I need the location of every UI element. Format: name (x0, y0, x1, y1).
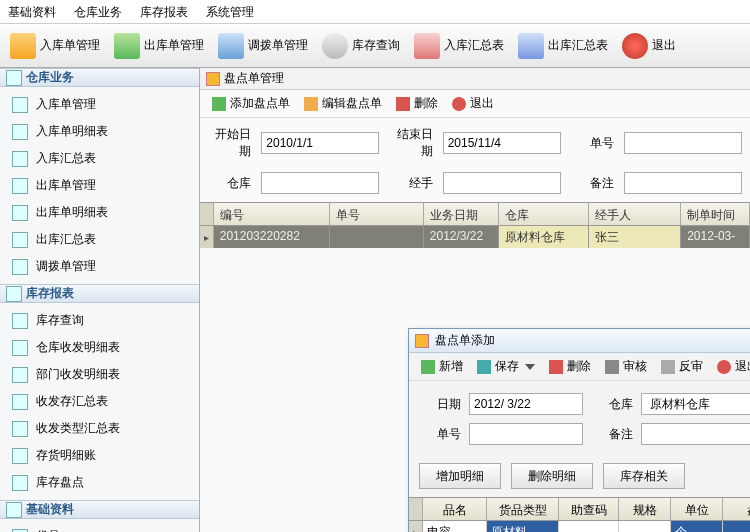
tool-stock-query[interactable]: 库存查询 (316, 29, 406, 63)
tool-in-manage[interactable]: 入库单管理 (4, 29, 106, 63)
start-date-input[interactable] (261, 132, 379, 154)
audit-icon (605, 360, 619, 374)
end-date-input[interactable] (443, 132, 561, 154)
warehouse-label: 仓库 (208, 175, 251, 192)
delete-icon (396, 97, 410, 111)
col-header[interactable]: 单位 (671, 498, 723, 520)
sidebar-item-label: 出库单明细表 (36, 204, 108, 221)
sidebar-item[interactable]: 调拨单管理 (0, 253, 199, 280)
sidebar-item[interactable]: 库存盘点 (0, 469, 199, 496)
btn-label: 退出 (735, 358, 750, 375)
sidebar-item[interactable]: 出库单管理 (0, 172, 199, 199)
search-icon (322, 33, 348, 59)
cell: 2012-03- (681, 226, 750, 248)
dialog-title-bar[interactable]: 盘点单添加 (409, 329, 750, 353)
col-header[interactable]: 单号 (330, 203, 424, 225)
sidebar-item-label: 收发存汇总表 (36, 393, 108, 410)
col-header[interactable]: 助查码 (559, 498, 619, 520)
dlg-delete-button[interactable]: 删除 (545, 356, 595, 377)
dlg-save-button[interactable]: 保存 (473, 356, 539, 377)
sidebar-item-label: 存货明细账 (36, 447, 96, 464)
sidebar-item[interactable]: 存货明细账 (0, 442, 199, 469)
menu-report[interactable]: 库存报表 (140, 4, 188, 19)
handler-input[interactable] (443, 172, 561, 194)
col-header[interactable]: 规格 (619, 498, 671, 520)
tool-out-manage[interactable]: 出库单管理 (108, 29, 210, 63)
del-line-button[interactable]: 删除明细 (511, 463, 593, 489)
btn-label: 保存 (495, 358, 519, 375)
sidebar-item-label: 收发类型汇总表 (36, 420, 120, 437)
sidebar-item[interactable]: 入库单管理 (0, 91, 199, 118)
sidebar-item[interactable]: 仓库收发明细表 (0, 334, 199, 361)
col-header[interactable]: 品名 (423, 498, 487, 520)
orderno-input[interactable] (624, 132, 742, 154)
col-header[interactable]: 经手人 (589, 203, 681, 225)
col-header[interactable]: 盘盈 (723, 498, 750, 520)
dlg-audit-button[interactable]: 审核 (601, 356, 651, 377)
sidebar-item-label: 入库单明细表 (36, 123, 108, 140)
dlg-exit-button[interactable]: 退出 (713, 356, 750, 377)
add-button[interactable]: 添加盘点单 (208, 93, 294, 114)
tool-label: 入库单管理 (40, 37, 100, 54)
remark-input[interactable] (641, 423, 750, 445)
sidebar-item[interactable]: 收发存汇总表 (0, 388, 199, 415)
tool-in-summary[interactable]: 入库汇总表 (408, 29, 510, 63)
col-header[interactable]: 制单时间 (681, 203, 750, 225)
col-header[interactable]: 仓库 (499, 203, 589, 225)
menu-basic[interactable]: 基础资料 (8, 4, 56, 19)
sidebar-item-label: 货品 (36, 528, 60, 532)
save-icon (477, 360, 491, 374)
exit-button[interactable]: 退出 (448, 93, 498, 114)
tool-exit[interactable]: 退出 (616, 29, 682, 63)
sidebar-group-warehouse[interactable]: 仓库业务 (0, 68, 199, 87)
sidebar-item-label: 入库单管理 (36, 96, 96, 113)
order-input[interactable] (469, 423, 583, 445)
sidebar-item[interactable]: 收发类型汇总表 (0, 415, 199, 442)
doc-icon (12, 124, 28, 140)
table-row[interactable]: ▸ 电容 原材料 个 1.00 0 (409, 521, 750, 532)
doc-icon (12, 97, 28, 113)
tool-label: 调拨单管理 (248, 37, 308, 54)
cell: 2012/3/22 (424, 226, 499, 248)
add-icon (212, 97, 226, 111)
remark-input[interactable] (624, 172, 742, 194)
sidebar-item[interactable]: 部门收发明细表 (0, 361, 199, 388)
cell: 原材料仓库 (499, 226, 589, 248)
btn-label: 反审 (679, 358, 703, 375)
dlg-add-button[interactable]: 新增 (417, 356, 467, 377)
stock-rel-button[interactable]: 库存相关 (603, 463, 685, 489)
edit-icon (304, 97, 318, 111)
warehouse-select[interactable]: 原材料仓库 (641, 393, 750, 415)
group-title: 基础资料 (26, 501, 74, 518)
col-header[interactable]: 业务日期 (424, 203, 499, 225)
menu-system[interactable]: 系统管理 (206, 4, 254, 19)
dlg-revaudit-button[interactable]: 反审 (657, 356, 707, 377)
sidebar-item[interactable]: 货品 (0, 523, 199, 532)
btn-label: 删除 (567, 358, 591, 375)
edit-button[interactable]: 编辑盘点单 (300, 93, 386, 114)
filter-row-1: 开始日期 结束日期 单号 (200, 118, 750, 164)
col-header[interactable]: 货品类型 (487, 498, 559, 520)
tool-label: 出库汇总表 (548, 37, 608, 54)
cell-selected[interactable]: 原材料 (487, 521, 559, 532)
warehouse-input[interactable] (261, 172, 379, 194)
sidebar-item[interactable]: 出库单明细表 (0, 199, 199, 226)
tool-move-manage[interactable]: 调拨单管理 (212, 29, 314, 63)
delete-button[interactable]: 删除 (392, 93, 442, 114)
col-header[interactable]: 编号 (214, 203, 330, 225)
date-input[interactable] (469, 393, 583, 415)
sidebar-group-report[interactable]: 库存报表 (0, 284, 199, 303)
menu-warehouse[interactable]: 仓库业务 (74, 4, 122, 19)
sidebar-item[interactable]: 入库单明细表 (0, 118, 199, 145)
date-label: 日期 (419, 396, 461, 413)
sidebar-item-label: 出库单管理 (36, 177, 96, 194)
doc-icon (12, 205, 28, 221)
sidebar-item[interactable]: 入库汇总表 (0, 145, 199, 172)
sidebar-item[interactable]: 库存查询 (0, 307, 199, 334)
table-row[interactable]: ▸ 201203220282 2012/3/22 原材料仓库 张三 2012-0… (200, 226, 750, 248)
tool-out-summary[interactable]: 出库汇总表 (512, 29, 614, 63)
sidebar-group-basic[interactable]: 基础资料 (0, 500, 199, 519)
sidebar-item[interactable]: 出库汇总表 (0, 226, 199, 253)
sidebar-item-label: 部门收发明细表 (36, 366, 120, 383)
add-line-button[interactable]: 增加明细 (419, 463, 501, 489)
